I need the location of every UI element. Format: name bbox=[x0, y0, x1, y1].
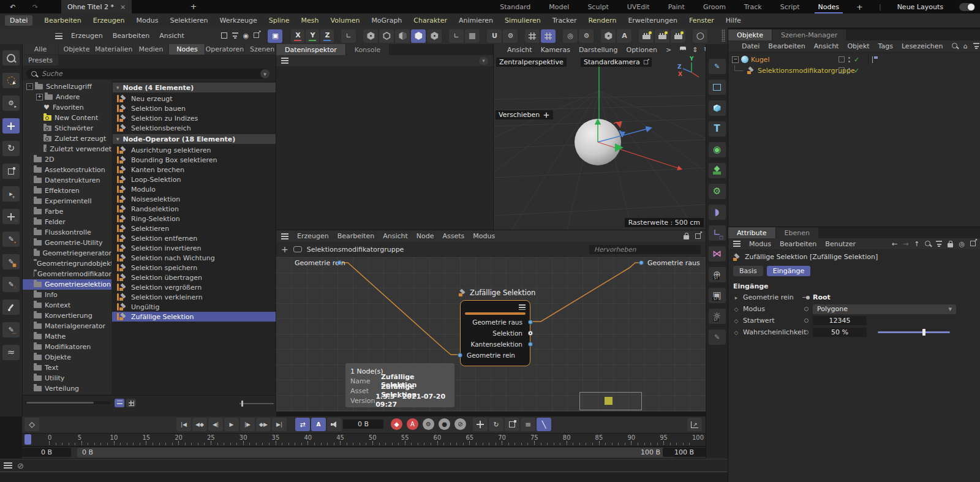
new-layouts-toggle[interactable] bbox=[959, 3, 975, 11]
asset-item[interactable]: Ring-Selektion bbox=[112, 214, 276, 224]
edges-mode-icon[interactable] bbox=[379, 29, 394, 43]
tree-item-konvertierung[interactable]: Konvertierung bbox=[23, 311, 111, 321]
asset-item[interactable]: Selektion vergrößern bbox=[112, 282, 276, 292]
filter-icon[interactable] bbox=[936, 241, 942, 247]
forward-icon[interactable]: → bbox=[903, 241, 908, 247]
target-icon[interactable]: ◎ bbox=[959, 241, 965, 247]
range-start-field[interactable]: 0 B bbox=[22, 448, 71, 457]
toolbar-menu-icon[interactable] bbox=[55, 33, 62, 39]
node-graph-canvas[interactable]: Geometrie rein Geometrie raus Zufällige … bbox=[276, 257, 706, 412]
layout-tab-paint[interactable]: Paint bbox=[667, 1, 686, 13]
slider-handle[interactable] bbox=[922, 329, 925, 336]
clones-node-icon[interactable] bbox=[709, 163, 726, 178]
axis-lock-icon[interactable]: ∟ bbox=[449, 29, 464, 43]
dolly-icon[interactable]: ⇕ bbox=[692, 47, 698, 53]
object-menu-datei[interactable]: Datei bbox=[742, 42, 760, 50]
toolbar-menu-erzeugen[interactable]: Erzeugen bbox=[71, 32, 103, 40]
category-button-basis[interactable]: Basis bbox=[733, 266, 763, 276]
row-marker-icon[interactable]: ◇ bbox=[733, 306, 739, 312]
home-icon[interactable]: ⌂ bbox=[963, 43, 968, 50]
axis-y-button[interactable]: Y bbox=[306, 29, 319, 43]
tab-dateninspektor[interactable]: Dateninspektor bbox=[276, 44, 345, 55]
object-menu-tags[interactable]: Tags bbox=[878, 42, 893, 50]
next-key-icon[interactable]: ◆▶ bbox=[256, 418, 271, 431]
node-editor-menu-ansicht[interactable]: Ansicht bbox=[383, 232, 408, 240]
viewport-canvas[interactable]: Zentralperspektive Standardkamera Versch… bbox=[494, 55, 706, 230]
layout-tab-uvedit[interactable]: UVEdit bbox=[626, 1, 651, 13]
loop-icon[interactable]: ⇄ bbox=[295, 418, 310, 431]
search-icon[interactable] bbox=[925, 241, 930, 246]
asset-search-box[interactable] bbox=[26, 69, 269, 79]
layout-tab-standard[interactable]: Standard bbox=[499, 1, 532, 13]
visibility-dots-icon[interactable] bbox=[848, 57, 850, 59]
selection-node-icon[interactable]: ◉ bbox=[709, 142, 726, 157]
tree-item-geometrieselektion[interactable]: Geometrieselektion bbox=[23, 279, 111, 290]
menu-simulieren[interactable]: Simulieren bbox=[505, 17, 541, 24]
asset-item[interactable]: Selektieren bbox=[112, 224, 276, 233]
magnet-icon[interactable]: U bbox=[487, 29, 502, 43]
tree-item-favoriten[interactable]: ♥Favoriten bbox=[23, 102, 111, 113]
filter-icon[interactable] bbox=[973, 43, 979, 50]
object-menu-lesezeichen[interactable]: Lesezeichen bbox=[902, 42, 943, 50]
menu-volumen[interactable]: Volumen bbox=[330, 17, 360, 24]
collapse-icon[interactable]: ▾ bbox=[116, 136, 119, 142]
menu-mograph[interactable]: MoGraph bbox=[371, 17, 402, 24]
panel-grip[interactable] bbox=[722, 29, 725, 42]
menu-tracker[interactable]: Tracker bbox=[552, 17, 577, 24]
attribute-menu-icon[interactable] bbox=[733, 241, 741, 247]
object-mode-icon[interactable] bbox=[427, 29, 442, 43]
asset-item[interactable]: Selektion entfernen bbox=[112, 233, 276, 243]
group-output-port[interactable] bbox=[639, 260, 644, 265]
scene-light-icon[interactable]: ☼ST bbox=[709, 309, 726, 324]
lock-icon[interactable] bbox=[684, 235, 689, 239]
asset-item[interactable]: Selektion speichern bbox=[112, 263, 276, 273]
hex-dot-icon[interactable] bbox=[601, 29, 616, 43]
list-view-button[interactable] bbox=[115, 399, 124, 407]
node-editor-menu-erzeugen[interactable]: Erzeugen bbox=[297, 232, 329, 240]
record-dot-icon[interactable]: ◉ bbox=[243, 32, 249, 39]
tree-item-geometriegrundobjekte[interactable]: Geometriegrundobjekte bbox=[23, 258, 111, 269]
tree-item-mathe[interactable]: Mathe bbox=[23, 331, 111, 342]
back-icon[interactable]: ← bbox=[892, 241, 897, 247]
viewport-menu-more[interactable]: > bbox=[666, 46, 671, 54]
range-slider[interactable]: 0 B 100 B bbox=[77, 448, 675, 458]
transform-node-icon[interactable]: ∟□ bbox=[709, 225, 726, 241]
attribute-menu-benutzer[interactable]: Benutzer bbox=[825, 240, 856, 248]
menu-spline[interactable]: Spline bbox=[269, 17, 290, 24]
row-marker-icon[interactable]: ◇ bbox=[733, 318, 739, 324]
object-menu-objekt[interactable]: Objekt bbox=[847, 42, 869, 50]
asset-item[interactable]: Selektion verkleinern bbox=[112, 292, 276, 302]
menu-hilfe[interactable]: Hilfe bbox=[726, 17, 741, 24]
tree-item-new-content[interactable]: New Content bbox=[23, 113, 111, 123]
asset-tab-szenen[interactable]: Szenen bbox=[244, 44, 280, 55]
expand-icon[interactable]: + bbox=[36, 94, 43, 100]
up-icon[interactable]: ↑ bbox=[914, 241, 919, 247]
points-mode-icon[interactable] bbox=[363, 29, 378, 43]
asset-item[interactable]: Noiseselektion bbox=[112, 194, 276, 204]
menu-datei[interactable]: Datei bbox=[5, 15, 32, 26]
tree-item-modifikatoren[interactable]: Modifikatoren bbox=[23, 342, 111, 352]
status-menu-icon[interactable] bbox=[4, 462, 12, 469]
grid-snap-icon[interactable] bbox=[541, 29, 556, 43]
tree-item-objekte[interactable]: Objekte bbox=[23, 352, 111, 363]
menu-fenster[interactable]: Fenster bbox=[689, 17, 714, 24]
axis-z-button[interactable]: Z bbox=[320, 29, 334, 43]
viewport-menu-optionen[interactable]: Optionen bbox=[626, 46, 657, 54]
axis-gizmo-icon[interactable]: ∟ bbox=[341, 29, 356, 43]
go-end-icon[interactable]: ▶| bbox=[272, 418, 287, 431]
tag-flag-icon[interactable] bbox=[872, 56, 878, 63]
tree-item-farbe[interactable]: Farbe bbox=[23, 206, 111, 217]
asset-item[interactable]: Bounding Box selektieren bbox=[112, 155, 276, 165]
field-startwert[interactable]: 12345 bbox=[813, 316, 867, 325]
asset-tab-medien[interactable]: Medien bbox=[133, 44, 168, 55]
tree-item-zuletzt-verwendet[interactable]: Zuletzt verwendet bbox=[23, 144, 111, 154]
menu-mesh[interactable]: Mesh bbox=[301, 17, 319, 24]
keyframe-diamond-icon[interactable]: ◇ bbox=[24, 418, 39, 431]
lock-icon[interactable] bbox=[948, 243, 953, 247]
menu-animieren[interactable]: Animieren bbox=[459, 17, 493, 24]
axis-x-button[interactable]: X bbox=[291, 29, 304, 43]
state-icon[interactable] bbox=[839, 56, 845, 62]
state-icon[interactable] bbox=[839, 67, 845, 73]
menu-bearbeiten[interactable]: Bearbeiten bbox=[44, 17, 81, 24]
panel-icon[interactable] bbox=[221, 32, 227, 39]
